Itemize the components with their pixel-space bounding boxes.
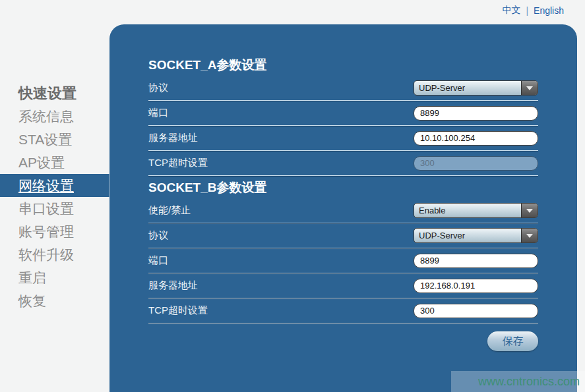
watermark-text: www.cntronics.com: [478, 375, 580, 389]
sidebar-item-restore[interactable]: 恢复: [0, 289, 109, 312]
sidebar-item-upgrade[interactable]: 软件升级: [0, 243, 109, 266]
sidebar-item-sta-setup[interactable]: STA设置: [0, 128, 109, 151]
port-b-input[interactable]: [414, 254, 538, 268]
lang-separator: |: [526, 5, 528, 16]
select-value: UDP-Server: [414, 83, 521, 93]
sidebar-item-network-setup[interactable]: 网络设置: [0, 174, 109, 197]
chevron-down-icon[interactable]: [521, 229, 538, 242]
section-title-socket-a: SOCKET_A参数设置: [148, 57, 538, 76]
chevron-down-icon[interactable]: [521, 204, 538, 217]
section-socket-b: SOCKET_B参数设置使能/禁止Enable协议UDP-Server端口服务器…: [148, 180, 538, 323]
field-label-tcp-timeout-b: TCP超时设置: [148, 304, 208, 317]
field-row-protocol-a: 协议UDP-Server: [148, 76, 538, 101]
lang-chinese-link[interactable]: 中文: [502, 5, 520, 16]
sections: SOCKET_A参数设置协议UDP-Server端口服务器地址TCP超时设置SO…: [148, 57, 538, 323]
watermark: www.cntronics.com: [451, 371, 585, 392]
select-value: UDP-Server: [414, 231, 521, 240]
field-label-server-addr-a: 服务器地址: [148, 132, 198, 144]
field-row-protocol-b: 协议UDP-Server: [148, 223, 538, 248]
server-addr-a-input[interactable]: [414, 131, 538, 146]
lang-english-link[interactable]: English: [534, 5, 564, 16]
field-label-server-addr-b: 服务器地址: [148, 279, 198, 292]
field-label-port-b: 端口: [148, 254, 168, 267]
select-value: Enable: [414, 206, 521, 215]
sidebar-item-quick-setup[interactable]: 快速设置: [0, 82, 109, 105]
port-a-input[interactable]: [414, 106, 538, 121]
tcp-timeout-b-input[interactable]: [414, 304, 538, 318]
chevron-down-glyph: [526, 209, 533, 213]
sidebar-item-ap-setup[interactable]: AP设置: [0, 151, 109, 174]
sidebar-item-serial-setup[interactable]: 串口设置: [0, 197, 109, 220]
field-row-enable-b: 使能/禁止Enable: [148, 198, 538, 223]
chevron-down-glyph: [526, 234, 533, 238]
tcp-timeout-a-input: [414, 156, 538, 171]
enable-b-select[interactable]: Enable: [414, 203, 538, 218]
sidebar-item-system-info[interactable]: 系统信息: [0, 105, 109, 128]
chevron-down-glyph: [526, 86, 533, 90]
server-addr-b-input[interactable]: [414, 279, 538, 293]
sidebar-item-restart[interactable]: 重启: [0, 266, 109, 289]
chevron-down-icon[interactable]: [521, 81, 538, 95]
field-label-port-a: 端口: [148, 107, 168, 119]
settings-panel: SOCKET_A参数设置协议UDP-Server端口服务器地址TCP超时设置SO…: [109, 24, 577, 392]
field-row-port-b: 端口: [148, 248, 538, 273]
field-row-server-addr-a: 服务器地址: [148, 126, 538, 151]
field-row-tcp-timeout-b: TCP超时设置: [148, 298, 538, 323]
field-row-port-a: 端口: [148, 101, 538, 126]
sidebar: 快速设置系统信息STA设置AP设置网络设置串口设置账号管理软件升级重启恢复: [0, 82, 109, 312]
protocol-b-select[interactable]: UDP-Server: [414, 228, 538, 243]
save-row: 保存: [148, 331, 538, 351]
section-socket-a: SOCKET_A参数设置协议UDP-Server端口服务器地址TCP超时设置: [148, 57, 538, 176]
field-label-protocol-b: 协议: [148, 229, 168, 242]
protocol-a-select[interactable]: UDP-Server: [414, 80, 538, 96]
field-row-server-addr-b: 服务器地址: [148, 273, 538, 298]
field-label-enable-b: 使能/禁止: [148, 204, 191, 217]
sidebar-item-account[interactable]: 账号管理: [0, 220, 109, 243]
save-button[interactable]: 保存: [487, 331, 538, 351]
section-title-socket-b: SOCKET_B参数设置: [148, 180, 538, 198]
field-label-tcp-timeout-a: TCP超时设置: [148, 157, 208, 169]
field-row-tcp-timeout-a: TCP超时设置: [148, 151, 538, 176]
language-bar: 中文 | English: [502, 5, 564, 16]
field-label-protocol-a: 协议: [148, 82, 168, 94]
